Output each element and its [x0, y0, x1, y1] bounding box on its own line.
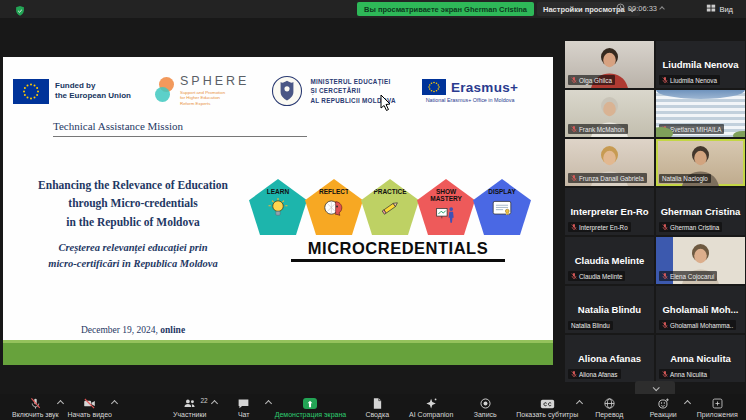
participant-name-label: Liudmila Nenova	[659, 75, 720, 85]
erasmus-name: Erasmus+	[451, 80, 518, 95]
participant-tile[interactable]: Natalia Nacioglo	[656, 139, 745, 186]
participant-name-label: Anna Niculita	[659, 369, 710, 379]
meeting-timer[interactable]: 00:06:33	[616, 3, 664, 14]
participant-tile[interactable]: Anna NiculitaAnna Niculita	[656, 335, 745, 382]
muted-mic-icon	[662, 76, 668, 84]
ministry-logo: MINISTERUL EDUCAȚIEI ȘI CERCETĂRII AL RE…	[271, 75, 395, 107]
share-screen-icon	[303, 397, 317, 410]
toolbar-item-label: Чат	[238, 411, 250, 418]
participant-tile[interactable]: Svetlana MIHAILA	[656, 90, 745, 137]
presenter-icon	[435, 204, 457, 226]
mouse-cursor	[380, 94, 392, 112]
toolbar-item[interactable]: Включить звук	[8, 396, 63, 418]
certificate-icon	[491, 197, 513, 219]
participant-tile[interactable]: Aliona AfanasAliona Afanas	[565, 335, 654, 382]
credential-badge: REFLECT	[305, 179, 363, 235]
meeting-toolbar: Включить звукНачать видеоУчастники22ЧатД…	[0, 394, 746, 420]
participant-tile[interactable]: Liudmila NenovaLiudmila Nenova	[656, 41, 745, 88]
muted-mic-icon	[662, 125, 668, 133]
toolbar-item[interactable]: Запись	[458, 396, 512, 418]
muted-mic-icon	[571, 370, 577, 378]
chevron-down-icon	[652, 384, 659, 391]
screen-viewing-banner: Вы просматриваете экран Gherman Cristina	[357, 2, 534, 16]
toolbar-item[interactable]: Приложения	[690, 396, 744, 418]
erasmus-office: National Erasmus+ Office in Moldova	[422, 97, 518, 103]
toolbar-item[interactable]: Перевод	[582, 396, 636, 418]
toolbar-item[interactable]: Участники22	[163, 396, 217, 418]
view-mode-button[interactable]: Вид	[706, 3, 733, 15]
participant-tile[interactable]: Claudia MelinteClaudia Melinte	[565, 237, 654, 284]
pencil-icon	[379, 197, 401, 219]
security-shield-icon[interactable]	[14, 3, 26, 15]
participant-name-label: Gholamali Mohamma..	[659, 320, 736, 330]
eu-funded-text: Funded by the European Union	[55, 81, 131, 100]
participant-count-badge: 22	[200, 397, 207, 404]
badge-label: SHOW MASTERY	[425, 189, 467, 203]
reactions-icon	[657, 397, 670, 410]
toolbar-item-label: Демонстрация экрана	[275, 411, 347, 418]
toolbar-item-label: Перевод	[595, 411, 623, 418]
muted-mic-icon	[571, 272, 577, 280]
badge-label: PRACTICE	[373, 189, 406, 196]
participant-name-label: Elena Cojocarui	[659, 271, 717, 281]
toolbar-item[interactable]: Сводка	[350, 396, 404, 418]
view-label: Вид	[719, 5, 733, 14]
ai-companion-icon	[425, 397, 438, 410]
participant-name-label: Gherman Cristina	[659, 222, 722, 232]
credential-badge: SHOW MASTERY	[417, 179, 475, 235]
toolbar-item[interactable]: Реакции	[636, 396, 690, 418]
toolbar-item[interactable]: AI Companion	[404, 396, 458, 418]
slide-subtitle: Technical Assistance Mission	[53, 120, 307, 137]
chevron-up-icon	[111, 400, 118, 407]
chat-icon	[237, 397, 250, 410]
muted-mic-icon	[571, 174, 577, 182]
participant-tile[interactable]: Natalia BlinduNatalia Blindu	[565, 286, 654, 333]
participant-tile[interactable]: Gherman CristinaGherman Cristina	[656, 188, 745, 235]
participant-name-label: Aliona Afanas	[568, 369, 621, 379]
slide-title-english: Enhancing the Relevance of Education thr…	[13, 176, 253, 231]
participants-icon	[183, 397, 196, 410]
eu-flag-icon	[13, 79, 49, 104]
toolbar-items: Включить звукНачать видеоУчастники22ЧатД…	[8, 396, 746, 418]
video-off-icon	[83, 397, 96, 410]
toolbar-item[interactable]: Начать видео	[63, 396, 117, 418]
participant-name-label: Olga Ghilca	[568, 75, 615, 85]
timer-value: 00:06:33	[628, 4, 657, 13]
participant-name-label: Frunza Danail Gabriela	[568, 173, 647, 183]
erasmus-logo: Erasmus+ National Erasmus+ Office in Mol…	[422, 79, 518, 103]
toolbar-item-label: Показать субтитры	[516, 411, 578, 418]
toolbar-item[interactable]: Показать субтитры	[512, 396, 582, 418]
zoom-meeting-window: Вы просматриваете экран Gherman Cristina…	[0, 0, 746, 420]
toolbar-item[interactable]: Демонстрация экрана	[271, 396, 351, 418]
slide-footer-bar	[3, 340, 553, 365]
captions-icon	[540, 397, 555, 410]
mic-muted-icon	[29, 397, 42, 410]
slide-date: December 19, 2024, online	[13, 325, 253, 335]
participant-tile[interactable]: Frunza Danail Gabriela	[565, 139, 654, 186]
summary-icon	[371, 397, 384, 410]
muted-mic-icon	[571, 125, 577, 133]
toolbar-item[interactable]: Чат	[217, 396, 271, 418]
clock-icon	[616, 3, 625, 14]
badge-row: LEARNREFLECTPRACTICESHOW MASTERYDISPLAY	[249, 179, 547, 235]
muted-mic-icon	[571, 223, 577, 231]
toolbar-item-label: Запись	[474, 411, 497, 418]
participant-name-label: Frank McMahon	[568, 124, 628, 134]
badge-label: REFLECT	[319, 189, 349, 196]
participant-tile[interactable]: Olga Ghilca	[565, 41, 654, 88]
participant-name-label: Svetlana MIHAILA	[659, 124, 724, 134]
credential-badge: LEARN	[249, 179, 307, 235]
muted-mic-icon	[571, 76, 577, 84]
lightbulb-icon	[267, 197, 289, 219]
record-icon	[479, 397, 492, 410]
view-settings-label: Настройки просмотра	[543, 5, 625, 14]
credential-badge: PRACTICE	[361, 179, 419, 235]
participant-tile[interactable]: Gholamali Moh...Gholamali Mohamma..	[656, 286, 745, 333]
eu-funded-logo: Funded by the European Union	[13, 79, 131, 104]
participant-name-label: Claudia Melinte	[568, 271, 625, 281]
participant-tile[interactable]: Frank McMahon	[565, 90, 654, 137]
participant-tile[interactable]: Interpreter En-RoInterpreter En-Ro	[565, 188, 654, 235]
participant-tile[interactable]: Elena Cojocarui	[656, 237, 745, 284]
translate-icon	[603, 397, 616, 410]
badge-label: LEARN	[267, 189, 289, 196]
